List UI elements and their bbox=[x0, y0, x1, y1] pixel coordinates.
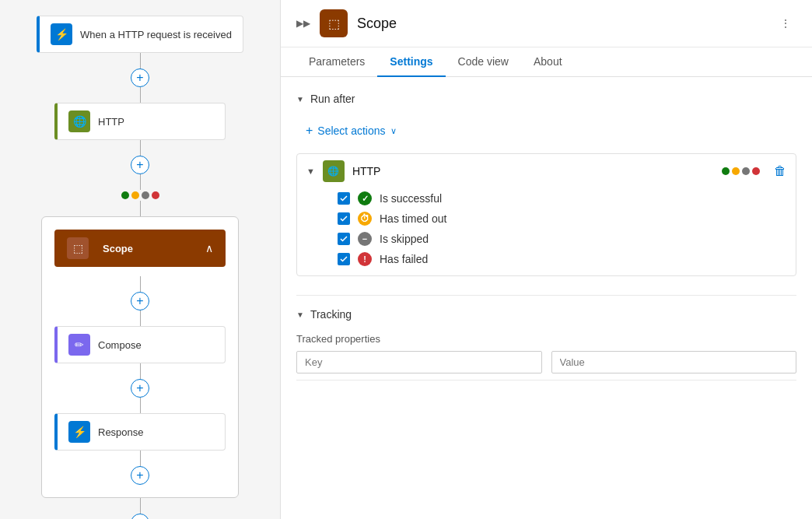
delete-http-icon[interactable]: 🗑 bbox=[774, 164, 786, 178]
run-after-chevron: ▼ bbox=[296, 95, 304, 103]
line-5 bbox=[140, 451, 141, 466]
expand-icon[interactable]: ▶▶ bbox=[296, 18, 310, 29]
run-after-dots bbox=[722, 167, 760, 175]
status-icon-timeout: ⏱ bbox=[358, 212, 372, 226]
scope-collapse-icon[interactable]: ∧ bbox=[205, 242, 213, 254]
panel-content: ▼ Run after + Select actions ∨ ▼ 🌐 HTTP bbox=[281, 77, 812, 519]
tracking-header[interactable]: ▼ Tracking bbox=[296, 308, 796, 321]
compose-node: ✏ Compose bbox=[54, 326, 226, 363]
compose-icon: ✏ bbox=[68, 334, 90, 356]
divider-2 bbox=[296, 380, 796, 380]
http-box[interactable]: 🌐 HTTP bbox=[54, 103, 226, 140]
add-btn-4[interactable]: + bbox=[131, 379, 149, 398]
line-3b bbox=[140, 310, 141, 326]
trigger-label: When a HTTP request is received bbox=[80, 29, 232, 40]
compose-label: Compose bbox=[98, 339, 142, 351]
condition-is-skipped: − Is skipped bbox=[338, 232, 783, 246]
more-button[interactable]: ⋮ bbox=[775, 12, 796, 34]
trigger-icon: ⚡ bbox=[51, 23, 72, 45]
tracked-key-input[interactable] bbox=[296, 351, 542, 373]
checkbox-is-skipped[interactable] bbox=[338, 233, 350, 245]
response-label: Response bbox=[98, 426, 144, 438]
tracking-chevron: ▼ bbox=[296, 310, 304, 319]
run-after-dot-success bbox=[722, 167, 730, 175]
checkbox-has-failed[interactable] bbox=[338, 253, 350, 265]
checkbox-is-successful[interactable] bbox=[338, 192, 350, 205]
http-icon: 🌐 bbox=[68, 110, 90, 132]
scope-icon: ⬚ bbox=[67, 237, 89, 259]
response-icon: ⚡ bbox=[68, 421, 90, 443]
connector-4: + bbox=[131, 363, 149, 413]
line-1b bbox=[140, 87, 141, 103]
connector-2: + bbox=[121, 140, 159, 216]
add-btn-5[interactable]: + bbox=[131, 466, 149, 485]
tab-parameters[interactable]: Parameters bbox=[296, 47, 377, 77]
scope-header-row: ⬚ Scope ∧ bbox=[54, 230, 226, 267]
connector-3: + bbox=[131, 276, 149, 326]
right-panel: ▶▶ ⬚ Scope ⋮ Parameters Settings Code vi… bbox=[280, 0, 812, 519]
condition-label-has-failed: Has failed bbox=[380, 253, 428, 265]
line-2 bbox=[140, 140, 141, 156]
select-actions-chevron: ∨ bbox=[390, 126, 397, 136]
tab-settings[interactable]: Settings bbox=[377, 47, 445, 77]
condition-has-failed: ! Has failed bbox=[338, 252, 783, 266]
response-box[interactable]: ⚡ Response bbox=[54, 413, 226, 451]
tab-code-view[interactable]: Code view bbox=[446, 47, 521, 77]
run-after-header[interactable]: ▼ Run after bbox=[296, 93, 796, 105]
dot-timeout bbox=[131, 191, 139, 199]
dot-success bbox=[121, 191, 129, 199]
trigger-box[interactable]: ⚡ When a HTTP request is received bbox=[37, 16, 243, 53]
status-icon-failed: ! bbox=[358, 252, 372, 266]
run-after-section: ▼ Run after + Select actions ∨ ▼ 🌐 HTTP bbox=[296, 93, 796, 276]
add-btn-2[interactable]: + bbox=[131, 156, 149, 174]
run-after-dot-timeout bbox=[732, 167, 740, 175]
panel-header: ▶▶ ⬚ Scope ⋮ bbox=[281, 0, 812, 47]
http-label: HTTP bbox=[98, 116, 124, 128]
tracked-value-input[interactable] bbox=[551, 351, 797, 373]
compose-box[interactable]: ✏ Compose bbox=[54, 326, 226, 363]
condition-list: ✓ Is successful ⏱ Has timed out bbox=[297, 188, 796, 275]
divider-1 bbox=[296, 295, 796, 296]
scope-node: ⬚ Scope ∧ + ✏ Compose + bbox=[41, 216, 239, 498]
dot-skipped bbox=[142, 191, 149, 199]
run-after-label: Run after bbox=[310, 93, 355, 105]
condition-label-is-skipped: Is skipped bbox=[380, 233, 429, 245]
connector-6: + bbox=[131, 498, 149, 519]
condition-label-is-successful: Is successful bbox=[380, 192, 442, 205]
scope-label: Scope bbox=[103, 243, 133, 254]
run-after-http-label: HTTP bbox=[352, 165, 714, 177]
condition-has-timed-out: ⏱ Has timed out bbox=[338, 212, 783, 226]
http-node: 🌐 HTTP bbox=[54, 103, 226, 140]
add-btn-6[interactable]: + bbox=[131, 514, 149, 519]
status-icon-skipped: − bbox=[358, 232, 372, 246]
line-1 bbox=[140, 53, 141, 68]
condition-is-successful: ✓ Is successful bbox=[338, 191, 783, 205]
tabs-row: Parameters Settings Code view About bbox=[281, 47, 812, 77]
line-6 bbox=[140, 498, 141, 514]
select-actions-label: Select actions bbox=[317, 124, 385, 137]
connector-5: + bbox=[131, 451, 149, 485]
line-4 bbox=[140, 363, 141, 379]
workflow-canvas: ⚡ When a HTTP request is received + 🌐 HT… bbox=[0, 0, 280, 519]
dot-failed bbox=[152, 191, 159, 199]
add-btn-3[interactable]: + bbox=[131, 292, 149, 310]
line-3 bbox=[140, 276, 141, 292]
trigger-node: ⚡ When a HTTP request is received bbox=[37, 16, 243, 53]
run-after-http-icon: 🌐 bbox=[323, 160, 345, 182]
connector-1: + bbox=[131, 53, 149, 103]
run-after-http-header: ▼ 🌐 HTTP 🗑 bbox=[297, 154, 796, 188]
line-2b bbox=[140, 174, 141, 190]
run-after-dot-skipped bbox=[742, 167, 750, 175]
line-4b bbox=[140, 398, 141, 413]
scope-container: ⬚ Scope ∧ + ✏ Compose + bbox=[41, 216, 239, 498]
tracked-inputs-row bbox=[296, 351, 796, 373]
checkbox-has-timed-out[interactable] bbox=[338, 212, 350, 225]
add-btn-1[interactable]: + bbox=[131, 68, 149, 87]
line-2c bbox=[140, 201, 141, 216]
select-actions-button[interactable]: + Select actions ∨ bbox=[296, 117, 406, 144]
tracking-section: ▼ Tracking Tracked properties bbox=[296, 308, 796, 373]
panel-title: Scope bbox=[357, 16, 765, 32]
tab-about[interactable]: About bbox=[521, 47, 575, 77]
run-after-expand-icon[interactable]: ▼ bbox=[306, 167, 315, 176]
scope-box[interactable]: ⬚ Scope ∧ bbox=[54, 230, 226, 267]
